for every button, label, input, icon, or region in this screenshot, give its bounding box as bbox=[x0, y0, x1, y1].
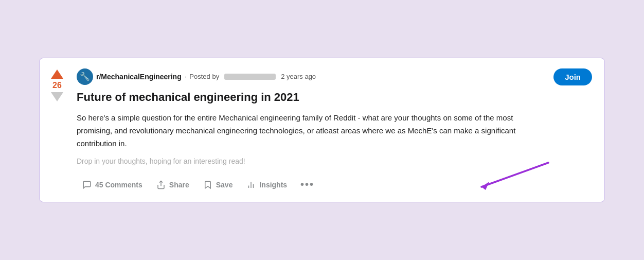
subreddit-icon: 🔧 bbox=[77, 68, 93, 85]
comments-label: 45 Comments bbox=[95, 181, 142, 189]
more-button[interactable]: ••• bbox=[295, 176, 319, 194]
comments-button[interactable]: 45 Comments bbox=[77, 177, 148, 193]
share-button[interactable]: Share bbox=[151, 177, 194, 193]
post-card: 26 🔧 r/MechanicalEngineering · Posted by… bbox=[39, 58, 605, 203]
upvote-arrow-icon bbox=[51, 70, 63, 79]
username-blurred bbox=[224, 74, 276, 80]
post-meta: 🔧 r/MechanicalEngineering · Posted by 2 … bbox=[77, 68, 543, 85]
join-button[interactable]: Join bbox=[553, 68, 592, 85]
insights-icon bbox=[246, 180, 256, 190]
dot-separator: · bbox=[185, 73, 187, 80]
post-title: Future of mechanical engineering in 2021 bbox=[77, 90, 543, 105]
upvote-button[interactable] bbox=[50, 68, 64, 80]
insights-label: Insights bbox=[259, 181, 287, 189]
more-label: ••• bbox=[300, 179, 314, 190]
share-label: Share bbox=[169, 181, 189, 189]
time-ago: 2 years ago bbox=[281, 73, 316, 80]
post-tagline: Drop in your thoughts, hoping for an int… bbox=[77, 157, 543, 165]
save-icon bbox=[203, 180, 213, 190]
vote-count: 26 bbox=[52, 81, 62, 90]
save-button[interactable]: Save bbox=[198, 177, 238, 193]
save-label: Save bbox=[216, 181, 233, 189]
action-bar: 45 Comments Share bbox=[77, 176, 543, 194]
comment-icon bbox=[82, 180, 92, 190]
posted-by-label: Posted by bbox=[189, 73, 219, 80]
post-body: So here's a simple question for the enti… bbox=[77, 112, 543, 150]
vote-column: 26 bbox=[50, 68, 64, 102]
svg-marker-5 bbox=[481, 182, 489, 190]
downvote-arrow-icon bbox=[51, 92, 63, 101]
insights-button[interactable]: Insights bbox=[241, 177, 292, 193]
svg-line-4 bbox=[481, 163, 548, 187]
downvote-button[interactable] bbox=[50, 91, 64, 102]
subreddit-name[interactable]: r/MechanicalEngineering bbox=[96, 73, 182, 81]
share-icon bbox=[156, 180, 166, 190]
